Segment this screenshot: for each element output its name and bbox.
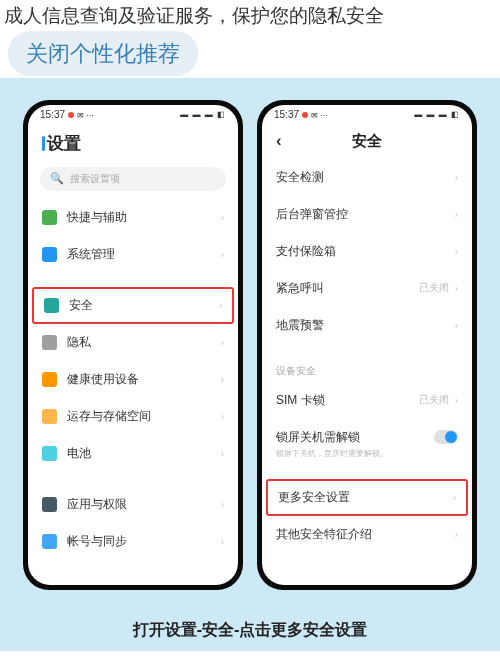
menu-item-payment-safe[interactable]: 支付保险箱 › — [262, 233, 472, 270]
chevron-icon: › — [221, 499, 224, 510]
privacy-icon — [42, 335, 57, 350]
page-header: 设置 — [28, 122, 238, 163]
accent-bar-icon — [42, 136, 45, 151]
chevron-icon: › — [455, 529, 458, 540]
battery-icon — [42, 446, 57, 461]
apps-icon — [42, 497, 57, 512]
menu-item-other-security[interactable]: 其他安全特征介绍 › — [262, 516, 472, 553]
security-icon — [44, 298, 59, 313]
chevron-icon: › — [453, 492, 456, 503]
security-menu: 安全检测 › 后台弹窗管控 › 支付保险箱 › 紧急呼叫 已关闭 › 地震预 — [262, 159, 472, 585]
menu-item-privacy[interactable]: 隐私 › — [28, 324, 238, 361]
menu-item-storage[interactable]: 运存与存储空间 › — [28, 398, 238, 435]
phones-container: 15:37 ✉ ⋯ ▬ ▬ ▬ ◧ 设置 🔍 搜索设置项 快捷与辅助 › — [0, 78, 500, 600]
close-personalization-button[interactable]: 关闭个性化推荐 — [8, 31, 198, 76]
menu-item-battery[interactable]: 电池 › — [28, 435, 238, 472]
page-title: 设置 — [47, 132, 81, 155]
search-input[interactable]: 🔍 搜索设置项 — [40, 167, 226, 191]
chevron-icon: › — [455, 172, 458, 183]
chevron-icon: › — [221, 536, 224, 547]
menu-item-security[interactable]: 安全 › — [32, 287, 234, 324]
shortcut-icon — [42, 210, 57, 225]
system-icon — [42, 247, 57, 262]
phone-right-screen: 15:37 ✉ ⋯ ▬ ▬ ▬ ◧ ‹ 安全 安全检测 › 后台弹窗管控 › 支… — [262, 105, 472, 585]
phone-left-screen: 15:37 ✉ ⋯ ▬ ▬ ▬ ◧ 设置 🔍 搜索设置项 快捷与辅助 › — [28, 105, 238, 585]
status-bar: 15:37 ✉ ⋯ ▬ ▬ ▬ ◧ — [28, 105, 238, 122]
chevron-icon: › — [221, 337, 224, 348]
page-title: 安全 — [352, 132, 382, 151]
menu-item-health[interactable]: 健康使用设备 › — [28, 361, 238, 398]
menu-item-earthquake[interactable]: 地震预警 › — [262, 307, 472, 344]
toggle-switch[interactable] — [434, 430, 458, 444]
status-bar: 15:37 ✉ ⋯ ▬ ▬ ▬ ◧ — [262, 105, 472, 122]
storage-icon — [42, 409, 57, 424]
menu-item-emergency[interactable]: 紧急呼叫 已关闭 › — [262, 270, 472, 307]
chevron-icon: › — [455, 283, 458, 294]
section-device-security: 设备安全 — [262, 358, 472, 382]
account-icon — [42, 534, 57, 549]
settings-menu: 快捷与辅助 › 系统管理 › 安全 › 隐私 › — [28, 199, 238, 585]
lockscreen-subtext: 锁屏下关机，意庆时需要解锁。 — [262, 448, 472, 465]
chevron-icon: › — [221, 411, 224, 422]
menu-item-system[interactable]: 系统管理 › — [28, 236, 238, 273]
menu-item-popup-control[interactable]: 后台弹窗管控 › — [262, 196, 472, 233]
menu-item-sim-lock[interactable]: SIM 卡锁 已关闭 › — [262, 382, 472, 419]
phone-left: 15:37 ✉ ⋯ ▬ ▬ ▬ ◧ 设置 🔍 搜索设置项 快捷与辅助 › — [23, 100, 243, 590]
menu-item-account[interactable]: 帐号与同步 › — [28, 523, 238, 560]
menu-item-lockscreen-unlock[interactable]: 锁屏关机需解锁 — [262, 419, 472, 448]
instruction-caption: 打开设置-安全-点击更多安全设置 — [0, 600, 500, 651]
chevron-icon: › — [221, 249, 224, 260]
health-icon — [42, 372, 57, 387]
menu-item-shortcuts[interactable]: 快捷与辅助 › — [28, 199, 238, 236]
search-icon: 🔍 — [50, 172, 64, 185]
chevron-icon: › — [221, 448, 224, 459]
chevron-icon: › — [455, 395, 458, 406]
chevron-icon: › — [455, 209, 458, 220]
chevron-icon: › — [455, 246, 458, 257]
phone-right: 15:37 ✉ ⋯ ▬ ▬ ▬ ◧ ‹ 安全 安全检测 › 后台弹窗管控 › 支… — [257, 100, 477, 590]
page-header: ‹ 安全 — [262, 122, 472, 159]
back-icon[interactable]: ‹ — [276, 131, 282, 151]
menu-item-apps[interactable]: 应用与权限 › — [28, 486, 238, 523]
chevron-icon: › — [221, 212, 224, 223]
intro-text: 成人信息查询及验证服务，保护您的隐私安全 关闭个性化推荐 — [0, 0, 500, 78]
menu-item-more-security[interactable]: 更多安全设置 › — [266, 479, 468, 516]
chevron-icon: › — [221, 374, 224, 385]
search-placeholder: 搜索设置项 — [70, 172, 120, 186]
menu-item-security-check[interactable]: 安全检测 › — [262, 159, 472, 196]
chevron-icon: › — [455, 320, 458, 331]
chevron-icon: › — [219, 300, 222, 311]
